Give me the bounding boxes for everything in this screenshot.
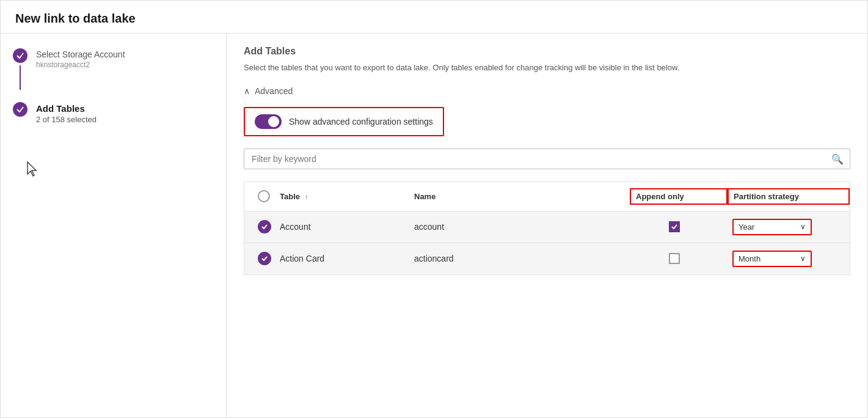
cursor-area <box>13 136 214 203</box>
page-container: New link to data lake Select Storage Acc… <box>0 0 868 418</box>
row1-name: account <box>409 222 630 232</box>
sort-icon[interactable]: ↑ <box>305 193 308 200</box>
table-row: Action Card actioncard Month ∨ <box>244 243 850 274</box>
row1-partition-select[interactable]: Year ∨ <box>732 219 812 235</box>
th-append-only: Append only <box>630 188 728 205</box>
table-header: Table ↑ Name Append only Partition strat… <box>244 182 850 211</box>
row1-table-name: Account <box>275 222 409 232</box>
step-2-indicator <box>13 102 27 117</box>
search-icon: 🔍 <box>831 153 844 164</box>
add-tables-description: Select the tables that you want to expor… <box>244 62 850 74</box>
check-icon-step2 <box>16 105 24 114</box>
step-1-circle <box>13 48 27 63</box>
search-container: 🔍 <box>244 148 850 169</box>
row1-checkbox-cell[interactable] <box>244 220 275 233</box>
content-area: Select Storage Account hknstorageacct2 A… <box>1 34 867 417</box>
step-1: Select Storage Account hknstorageacct2 <box>13 48 214 90</box>
row2-name: actioncard <box>409 254 630 263</box>
row1-partition[interactable]: Year ∨ <box>728 219 850 235</box>
advanced-config-toggle-container[interactable]: Show advanced configuration settings <box>244 107 444 136</box>
page-title: New link to data lake <box>1 1 867 34</box>
search-input[interactable] <box>244 149 850 169</box>
select-all-cell[interactable] <box>244 190 275 202</box>
check-icon-step1 <box>16 51 24 60</box>
table-container: Table ↑ Name Append only Partition strat… <box>244 182 850 275</box>
row1-dropdown-arrow-icon: ∨ <box>800 222 806 231</box>
toggle-label-text: Show advanced configuration settings <box>289 117 433 127</box>
th-table: Table ↑ <box>275 192 409 201</box>
step-1-title: Select Storage Account <box>36 50 125 59</box>
step-2-content: Add Tables 2 of 158 selected <box>36 102 97 124</box>
cursor-icon <box>25 161 38 177</box>
row2-checkbox[interactable] <box>258 252 271 265</box>
toggle-switch[interactable] <box>255 114 282 129</box>
step-2-title: Add Tables <box>36 103 97 114</box>
svg-marker-0 <box>27 162 36 176</box>
step-1-line <box>20 65 21 90</box>
main-content: Add Tables Select the tables that you wa… <box>227 34 867 417</box>
sidebar: Select Storage Account hknstorageacct2 A… <box>1 34 227 417</box>
row2-checkbox-cell[interactable] <box>244 252 275 265</box>
row2-append-checkbox[interactable] <box>669 253 680 264</box>
row2-partition[interactable]: Month ∨ <box>728 251 850 267</box>
step-1-indicator <box>13 48 27 90</box>
row2-dropdown-arrow-icon: ∨ <box>800 254 806 263</box>
row1-append-only[interactable] <box>630 221 728 232</box>
row1-checkbox[interactable] <box>258 220 271 233</box>
row2-table-name: Action Card <box>275 254 409 263</box>
chevron-up-icon: ∧ <box>244 86 250 96</box>
row2-partition-select[interactable]: Month ∨ <box>732 251 812 267</box>
th-name: Name <box>409 192 630 201</box>
row1-partition-value: Year <box>739 222 754 232</box>
table-row: Account account Year ∨ <box>244 211 850 243</box>
row2-append-only[interactable] <box>630 253 728 264</box>
row2-check-icon <box>261 255 268 262</box>
row1-append-checkbox[interactable] <box>669 221 680 232</box>
step-1-content: Select Storage Account hknstorageacct2 <box>36 48 125 69</box>
row1-append-check-icon <box>671 223 678 230</box>
row2-partition-value: Month <box>739 254 760 263</box>
add-tables-title: Add Tables <box>244 46 850 57</box>
step-2: Add Tables 2 of 158 selected <box>13 102 214 124</box>
select-all-radio[interactable] <box>258 190 270 202</box>
advanced-section-label: Advanced <box>255 86 293 96</box>
step-2-circle <box>13 102 27 117</box>
row1-check-icon <box>261 223 268 230</box>
advanced-toggle-header[interactable]: ∧ Advanced <box>244 86 850 96</box>
step-2-subtitle: 2 of 158 selected <box>36 115 97 124</box>
th-partition-strategy: Partition strategy <box>728 188 850 205</box>
step-1-subtitle: hknstorageacct2 <box>36 61 125 69</box>
toggle-slider <box>255 114 282 129</box>
